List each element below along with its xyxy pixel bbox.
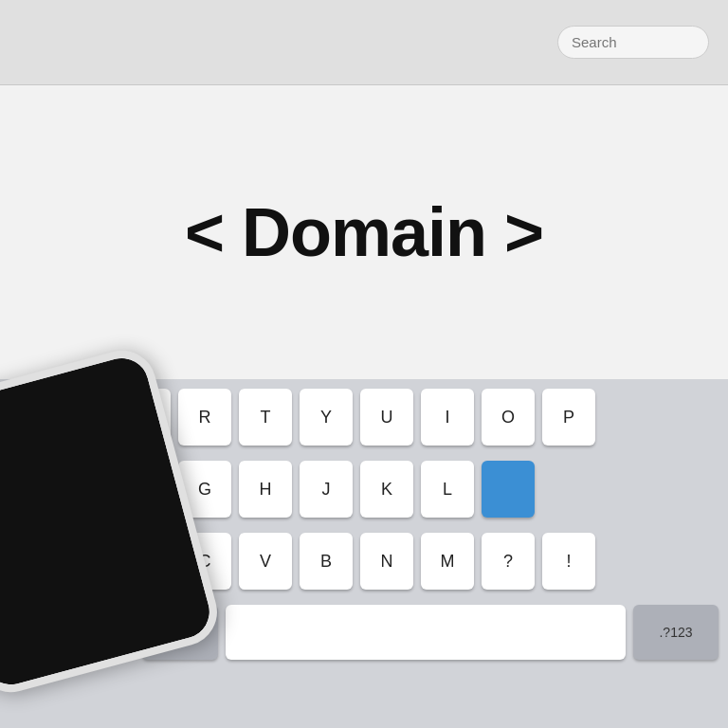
browser-bar [0,0,728,85]
key-j[interactable]: J [300,461,353,518]
key-exclaim[interactable]: ! [542,533,595,590]
key-question[interactable]: ? [482,533,535,590]
key-h[interactable]: H [239,461,292,518]
main-content: < Domain > [0,85,728,379]
key-y[interactable]: Y [300,389,353,446]
key-k[interactable]: K [360,461,413,518]
key-r[interactable]: R [178,389,231,446]
key-i[interactable]: I [421,389,474,446]
domain-title: < Domain > [185,193,543,271]
key-l[interactable]: L [421,461,474,518]
key-t[interactable]: T [239,389,292,446]
search-input[interactable] [557,26,709,59]
key-p[interactable]: P [542,389,595,446]
search-bar[interactable] [557,26,709,59]
key-m[interactable]: M [421,533,474,590]
key-b[interactable]: B [300,533,353,590]
key-n[interactable]: N [360,533,413,590]
key-u[interactable]: U [360,389,413,446]
key-v[interactable]: V [239,533,292,590]
key-o[interactable]: O [482,389,535,446]
key-blue-action[interactable] [482,461,535,518]
key-numeric-right[interactable]: .?123 [633,605,719,660]
key-space[interactable] [226,605,626,660]
